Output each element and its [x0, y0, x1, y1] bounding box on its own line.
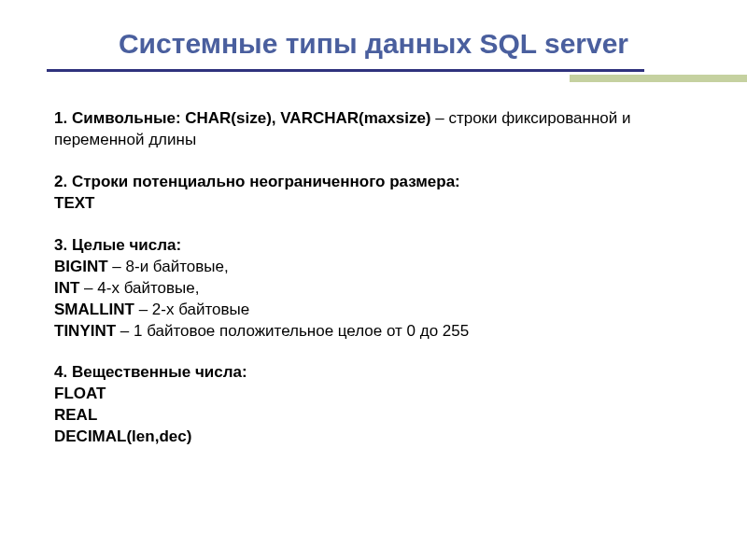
section-3-line1: BIGINT – 8-и байтовые, [54, 257, 693, 278]
section-1: 1. Символьные: CHAR(size), VARCHAR(maxsi… [54, 108, 693, 151]
section-4-header: 4. Вещественные числа: [54, 362, 693, 384]
divider [47, 69, 700, 91]
section-3-line4: TINYINT – 1 байтовое положительное целое… [54, 321, 693, 343]
section-3: 3. Целые числа: BIGINT – 8-и байтовые, I… [54, 235, 693, 343]
divider-dark [47, 69, 644, 72]
section-3-header: 3. Целые числа: [54, 235, 693, 257]
content: 1. Символьные: CHAR(size), VARCHAR(maxsi… [0, 99, 747, 448]
slide: Системные типы данных SQL server 1. Симв… [0, 0, 747, 560]
section-4-line1: FLOAT [54, 384, 693, 405]
section-4-line3: DECIMAL(len,dec) [54, 427, 693, 448]
section-2: 2. Строки потенциально неограниченного р… [54, 172, 693, 215]
section-2-line1: 2. Строки потенциально неограниченного р… [54, 172, 693, 193]
section-3-line3: SMALLINT – 2-х байтовые [54, 300, 693, 321]
section-1-lead-bold: 1. Символьные: CHAR(size), VARCHAR(maxsi… [54, 109, 431, 127]
title-area: Системные типы данных SQL server [0, 0, 747, 99]
section-4-line2: REAL [54, 405, 693, 427]
section-2-line2: TEXT [54, 193, 693, 215]
slide-title: Системные типы данных SQL server [47, 28, 700, 60]
divider-light [570, 75, 747, 82]
section-3-line2: INT – 4-х байтовые, [54, 278, 693, 300]
section-4: 4. Вещественные числа: FLOAT REAL DECIMA… [54, 362, 693, 448]
